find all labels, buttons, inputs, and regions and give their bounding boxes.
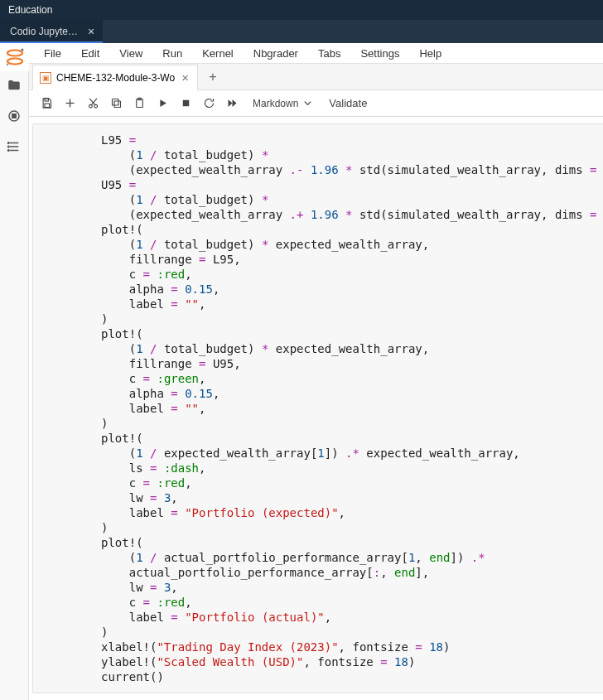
close-icon[interactable]: ×: [180, 71, 191, 84]
svg-rect-13: [45, 104, 50, 107]
window-title: Education: [8, 4, 52, 16]
svg-marker-26: [228, 99, 232, 107]
browser-tab-label: Codio Jupyte…: [10, 26, 78, 37]
window-titlebar: Education: [0, 0, 603, 20]
svg-point-17: [94, 104, 97, 108]
interrupt-button[interactable]: [176, 94, 195, 113]
menu-edit[interactable]: Edit: [73, 44, 108, 63]
notebook-toolbar: Markdown Validate: [29, 90, 603, 117]
svg-rect-5: [12, 114, 17, 118]
svg-rect-25: [182, 100, 189, 107]
document-tab-label: CHEME-132-Module-3-Wo: [56, 72, 175, 84]
svg-rect-20: [114, 101, 121, 108]
run-button[interactable]: [153, 94, 171, 113]
svg-point-3: [6, 64, 8, 66]
jupyter-logo[interactable]: [4, 46, 26, 68]
notebook-area[interactable]: L95 = (1 / total_budget) * (expected_wea…: [29, 117, 603, 700]
svg-marker-24: [160, 99, 166, 107]
cell-prompt: [33, 124, 98, 693]
menu-view[interactable]: View: [111, 44, 151, 63]
svg-point-16: [89, 104, 92, 108]
menu-nbgrader[interactable]: Nbgrader: [245, 44, 306, 63]
svg-marker-27: [232, 99, 236, 107]
menu-kernel[interactable]: Kernel: [194, 44, 242, 63]
close-icon[interactable]: ×: [86, 26, 96, 37]
document-tabbar: ▣ CHEME-132-Module-3-Wo × +: [29, 64, 603, 90]
svg-point-0: [7, 51, 22, 56]
save-button[interactable]: [37, 94, 55, 113]
svg-rect-12: [45, 99, 48, 101]
document-tab[interactable]: ▣ CHEME-132-Module-3-Wo ×: [32, 65, 198, 90]
validate-button[interactable]: Validate: [329, 97, 367, 109]
restart-button[interactable]: [200, 94, 218, 113]
svg-rect-21: [112, 99, 118, 106]
paste-button[interactable]: [130, 94, 148, 113]
svg-point-10: [8, 146, 10, 147]
menubar: File Edit View Run Kernel Nbgrader Tabs …: [29, 43, 603, 64]
copy-button[interactable]: [107, 94, 125, 113]
svg-point-2: [21, 48, 23, 51]
chevron-down-icon: [302, 97, 314, 109]
browser-tabbar: Codio Jupyte… ×: [0, 20, 603, 43]
menu-file[interactable]: File: [36, 44, 70, 63]
left-column: [0, 43, 29, 700]
running-icon[interactable]: [7, 109, 22, 126]
cut-button[interactable]: [84, 94, 102, 113]
add-tab-button[interactable]: +: [201, 64, 224, 89]
notebook-icon: ▣: [40, 72, 51, 84]
menu-run[interactable]: Run: [154, 44, 191, 63]
svg-point-1: [7, 59, 22, 65]
browser-tab[interactable]: Codio Jupyte… ×: [0, 20, 103, 43]
svg-point-9: [8, 142, 10, 144]
menu-help[interactable]: Help: [411, 44, 450, 63]
toc-icon[interactable]: [7, 139, 22, 157]
menu-tabs[interactable]: Tabs: [310, 44, 349, 63]
cell-source[interactable]: L95 = (1 / total_budget) * (expected_wea…: [98, 124, 603, 693]
menu-settings[interactable]: Settings: [352, 44, 408, 63]
celltype-select[interactable]: Markdown: [248, 96, 319, 110]
folder-icon[interactable]: [7, 78, 22, 95]
celltype-label: Markdown: [253, 98, 298, 109]
insert-cell-button[interactable]: [60, 94, 79, 113]
restart-run-all-button[interactable]: [223, 94, 241, 113]
svg-point-11: [8, 150, 10, 152]
code-cell[interactable]: L95 = (1 / total_budget) * (expected_wea…: [32, 123, 603, 693]
